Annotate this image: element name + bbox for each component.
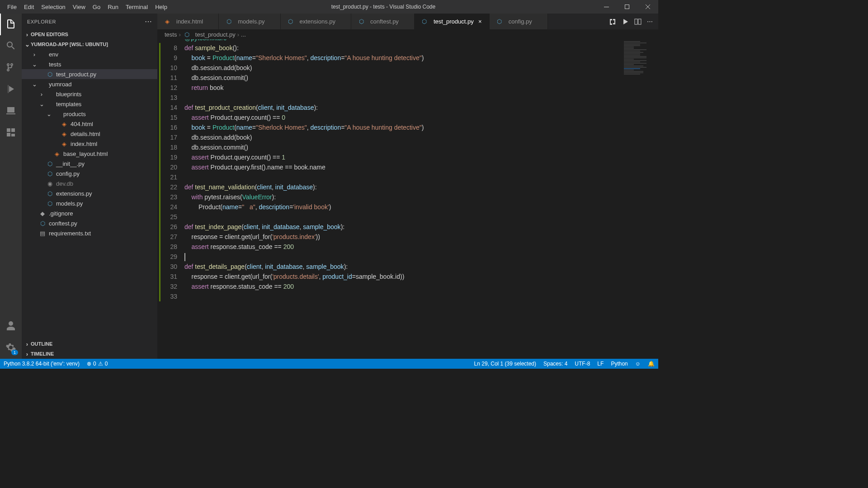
tab-extensions[interactable]: ⬡extensions.py× — [281, 14, 352, 29]
tab-test-product[interactable]: ⬡test_product.py× — [415, 14, 490, 29]
code-editor[interactable]: 8910111213141516171819202122232425262728… — [157, 39, 658, 359]
menu-file[interactable]: File — [4, 2, 20, 12]
tab-config[interactable]: ⬡config.py× — [490, 14, 548, 29]
sidebar-more-icon[interactable]: ⋯ — [145, 17, 152, 26]
maximize-button[interactable] — [617, 0, 637, 14]
activity-source-control[interactable] — [0, 57, 22, 79]
run-file-icon[interactable] — [622, 18, 629, 25]
menu-edit[interactable]: Edit — [20, 2, 38, 12]
file-details-html[interactable]: ◈details.html — [22, 129, 157, 139]
file-config[interactable]: ⬡config.py — [22, 169, 157, 178]
status-problems[interactable]: ⊗0 ⚠0 — [83, 359, 111, 369]
close-button[interactable] — [637, 0, 658, 14]
files-icon — [5, 19, 16, 31]
menu-terminal[interactable]: Terminal — [122, 2, 151, 12]
tree-label: test_product.py — [56, 71, 96, 78]
breadcrumb-item[interactable]: test_product.py — [195, 31, 236, 38]
file-models[interactable]: ⬡models.py — [22, 198, 157, 208]
code-content[interactable]: @pytest.fixturedef sample_book(): book =… — [184, 39, 622, 359]
python-icon: ⬡ — [286, 18, 295, 25]
debug-icon — [5, 84, 16, 96]
activity-run-debug[interactable] — [0, 79, 22, 100]
more-actions-icon[interactable]: ⋯ — [647, 18, 653, 25]
chevron-down-icon: ⌄ — [38, 101, 45, 108]
file-index-html[interactable]: ◈index.html — [22, 139, 157, 149]
chevron-down-icon: ⌄ — [45, 111, 52, 117]
menu-run[interactable]: Run — [104, 2, 122, 12]
tab-label: conftest.py — [370, 18, 399, 25]
html-icon: ◈ — [52, 150, 61, 157]
menu-view[interactable]: View — [69, 2, 89, 12]
tab-index-html[interactable]: ◈index.html× — [157, 14, 219, 29]
tree-label: 404.html — [71, 121, 93, 127]
activity-accounts[interactable] — [0, 315, 22, 337]
tab-conftest[interactable]: ⬡conftest.py× — [351, 14, 415, 29]
tab-label: config.py — [509, 18, 532, 25]
sidebar-title: EXPLORER — [27, 19, 56, 24]
minimize-button[interactable] — [596, 0, 617, 14]
minimap[interactable] — [622, 39, 658, 359]
file-init[interactable]: ⬡__init__.py — [22, 159, 157, 169]
folder-templates[interactable]: ⌄templates — [22, 99, 157, 109]
search-icon — [5, 40, 16, 52]
tab-bar: ◈index.html× ⬡models.py× ⬡extensions.py×… — [157, 14, 658, 29]
activity-explorer[interactable] — [0, 14, 22, 35]
python-icon: ⬡ — [45, 190, 54, 197]
status-python-interpreter[interactable]: Python 3.8.2 64-bit ('env': venv) — [0, 359, 83, 369]
text-icon: ▤ — [38, 230, 47, 237]
file-requirements[interactable]: ▤requirements.txt — [22, 228, 157, 238]
tree-label: requirements.txt — [49, 230, 91, 237]
tree-label: yumroad — [49, 81, 72, 88]
tab-label: extensions.py — [300, 18, 336, 25]
tree-label: extensions.py — [56, 190, 92, 197]
status-encoding[interactable]: UTF-8 — [571, 361, 594, 367]
activity-remote[interactable] — [0, 100, 22, 122]
sidebar: EXPLORER ⋯ › OPEN EDITORS ⌄ YUMROAD-APP … — [22, 14, 157, 359]
folder-products[interactable]: ⌄products — [22, 109, 157, 119]
chevron-right-icon: › — [31, 51, 38, 58]
folder-tests[interactable]: ⌄tests — [22, 59, 157, 69]
activity-search[interactable] — [0, 35, 22, 57]
tree-label: __init__.py — [56, 160, 85, 167]
split-editor-icon[interactable] — [634, 18, 642, 25]
file-base-layout[interactable]: ◈base_layout.html — [22, 149, 157, 159]
file-conftest[interactable]: ⬡conftest.py — [22, 218, 157, 228]
breadcrumb-item[interactable]: tests — [165, 31, 177, 38]
tree-label: env — [49, 51, 58, 58]
open-editors-label: OPEN EDITORS — [31, 32, 68, 37]
tab-models[interactable]: ⬡models.py× — [219, 14, 280, 29]
status-feedback[interactable]: ☺ — [632, 361, 644, 367]
activity-extensions[interactable] — [0, 122, 22, 144]
outline-section[interactable]: › OUTLINE — [22, 339, 157, 349]
account-icon — [5, 320, 16, 333]
timeline-label: TIMELINE — [31, 351, 54, 357]
menu-go[interactable]: Go — [89, 2, 104, 12]
workspace-section[interactable]: ⌄ YUMROAD-APP [WSL: UBUNTU] — [22, 39, 157, 49]
tree-label: base_layout.html — [63, 150, 108, 157]
menu-selection[interactable]: Selection — [38, 2, 69, 12]
folder-yumroad[interactable]: ⌄yumroad — [22, 79, 157, 89]
status-notifications[interactable]: 🔔 — [644, 361, 658, 367]
status-indentation[interactable]: Spaces: 4 — [540, 361, 571, 367]
file-tree: ›env ⌄tests ⬡test_product.py ⌄yumroad ›b… — [22, 49, 157, 339]
python-icon: ⬡ — [495, 18, 504, 25]
file-devdb[interactable]: ◉dev.db — [22, 178, 157, 188]
folder-env[interactable]: ›env — [22, 49, 157, 59]
file-extensions[interactable]: ⬡extensions.py — [22, 188, 157, 198]
chevron-right-icon: › — [24, 341, 31, 347]
status-language[interactable]: Python — [607, 361, 631, 367]
compare-changes-icon[interactable] — [609, 18, 616, 25]
file-gitignore[interactable]: ◆.gitignore — [22, 208, 157, 218]
close-icon[interactable]: × — [476, 18, 484, 25]
breadcrumb-more[interactable]: ... — [241, 31, 246, 38]
status-eol[interactable]: LF — [594, 361, 607, 367]
menu-help[interactable]: Help — [151, 2, 171, 12]
timeline-section[interactable]: › TIMELINE — [22, 349, 157, 359]
breadcrumbs[interactable]: tests › ⬡ test_product.py › ... — [157, 29, 658, 39]
status-cursor-position[interactable]: Ln 29, Col 1 (39 selected) — [471, 361, 540, 367]
activity-settings[interactable]: 1 — [0, 337, 22, 359]
file-test-product[interactable]: ⬡test_product.py — [22, 69, 157, 79]
open-editors-section[interactable]: › OPEN EDITORS — [22, 29, 157, 39]
file-404-html[interactable]: ◈404.html — [22, 119, 157, 129]
folder-blueprints[interactable]: ›blueprints — [22, 89, 157, 99]
